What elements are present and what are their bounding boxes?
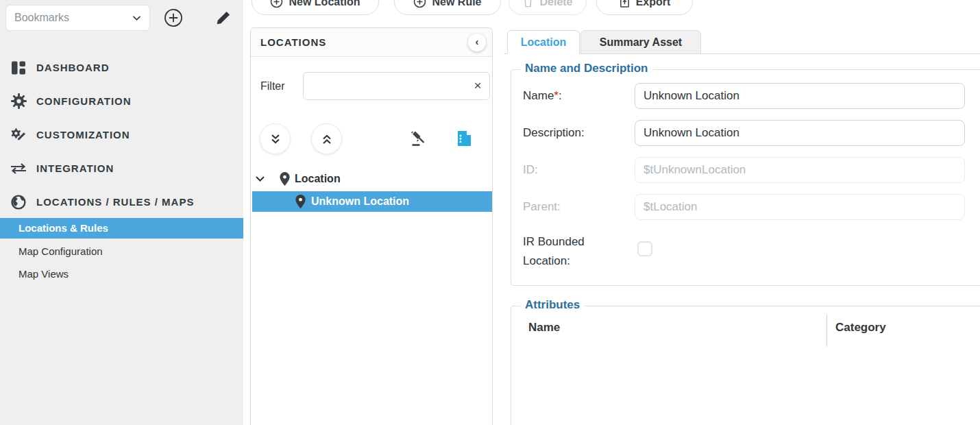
sidebar-item-label: LOCATIONS / RULES / MAPS (36, 196, 194, 208)
export-label: Export (636, 0, 671, 8)
sidebar-item-configuration[interactable]: CONFIGURATION (0, 84, 243, 118)
sub-item-label: Locations & Rules (19, 222, 108, 234)
name-label: Name*: (523, 83, 562, 109)
integration-icon (10, 162, 27, 175)
name-input[interactable] (635, 83, 965, 109)
description-label: Description: (523, 120, 585, 146)
plus-circle-icon (164, 8, 183, 27)
export-icon (619, 0, 630, 8)
bookmarks-select[interactable]: Bookmarks (5, 5, 150, 31)
double-chevron-up-icon (321, 133, 333, 145)
sidebar-item-label: DASHBOARD (36, 62, 110, 73)
pencil-icon (215, 9, 232, 27)
plus-circle-icon (270, 0, 283, 8)
sidebar-subnav: Locations & Rules Map Configuration Map … (0, 218, 243, 284)
chevron-left-icon: ‹ (476, 36, 479, 47)
sidebar-item-label: CONFIGURATION (36, 95, 132, 107)
sidebar-item-label: INTEGRATION (36, 162, 114, 174)
new-location-button[interactable]: New Location (252, 0, 379, 15)
sidebar-nav: DASHBOARD CONFIGURATION (0, 51, 243, 219)
attributes-fieldset: Attributes Name Category (511, 306, 980, 425)
document-icon[interactable] (456, 130, 472, 147)
new-rule-label: New Rule (432, 0, 481, 8)
sidebar-item-locations-rules-maps[interactable]: LOCATIONS / RULES / MAPS (0, 185, 243, 219)
sidebar-item-locations-and-rules[interactable]: Locations & Rules (0, 218, 243, 239)
id-input (635, 157, 965, 183)
export-button[interactable]: Export (596, 0, 693, 15)
add-bookmark-button[interactable] (164, 8, 183, 27)
locations-panel-header: LOCATIONS ‹ (251, 28, 492, 57)
delete-button[interactable]: Delete (509, 0, 587, 15)
customization-icon (10, 126, 27, 143)
tree-node-label: Location (295, 173, 341, 185)
sidebar-item-label: CUSTOMIZATION (36, 129, 130, 141)
fieldset-legend: Name and Description (520, 62, 653, 75)
tab-location[interactable]: Location (507, 30, 580, 54)
new-location-label: New Location (289, 0, 360, 8)
tab-label: Location (521, 36, 567, 49)
new-rule-button[interactable]: New Rule (394, 0, 501, 15)
sidebar-item-integration[interactable]: INTEGRATION (0, 151, 243, 185)
attributes-column-name[interactable]: Name (528, 316, 560, 339)
filter-label: Filter (260, 77, 285, 96)
app-window: New Location New Rule Delete Export Book… (0, 0, 980, 425)
name-description-fieldset: Name and Description Name*: Description:… (511, 69, 980, 286)
attributes-column-category[interactable]: Category (835, 316, 886, 339)
ir-bounded-location-checkbox[interactable] (637, 241, 652, 256)
sub-item-label: Map Views (19, 268, 69, 280)
plus-circle-icon (413, 0, 426, 8)
dashboard-icon (10, 60, 27, 76)
required-asterisk: * (554, 89, 559, 102)
collapse-all-button[interactable] (311, 123, 342, 154)
gear-icon (10, 93, 27, 110)
chevron-down-icon (255, 175, 265, 182)
trash-icon (522, 0, 534, 8)
locations-panel-title: LOCATIONS (260, 36, 326, 48)
sub-item-label: Map Configuration (19, 245, 103, 257)
tree-node-label: Unknown Location (311, 195, 409, 208)
rules-gavel-icon[interactable] (409, 130, 427, 147)
map-pin-icon (295, 194, 306, 209)
tree-node-unknown-location-selected[interactable]: Unknown Location (252, 191, 492, 212)
id-label: ID: (523, 157, 538, 183)
parent-label: Parent: (523, 194, 561, 220)
sidebar-item-map-views[interactable]: Map Views (0, 264, 243, 284)
ir-bounded-location-label: IR Bounded Location: (523, 232, 605, 271)
bookmarks-value: Bookmarks (14, 12, 69, 24)
sidebar-item-dashboard[interactable]: DASHBOARD (0, 51, 243, 84)
filter-input[interactable] (303, 72, 490, 100)
clear-filter-icon[interactable]: × (470, 78, 485, 93)
double-chevron-down-icon (269, 133, 282, 145)
sidebar-item-map-configuration[interactable]: Map Configuration (0, 241, 243, 262)
chevron-down-icon (132, 15, 141, 21)
tab-label: Summary Asset (600, 36, 682, 49)
edit-bookmarks-button[interactable] (215, 9, 232, 27)
globe-icon (10, 194, 27, 210)
description-input[interactable] (635, 120, 965, 146)
parent-input (635, 194, 965, 220)
column-divider[interactable] (826, 315, 827, 346)
sidebar: Bookmarks DASHBOARD (0, 0, 243, 425)
tree-node-location[interactable]: Location (255, 169, 341, 189)
collapse-panel-button[interactable]: ‹ (468, 34, 486, 51)
locations-panel: LOCATIONS ‹ Filter × (250, 27, 493, 425)
expand-all-button[interactable] (260, 123, 291, 154)
map-pin-icon (279, 171, 291, 186)
tab-summary-asset[interactable]: Summary Asset (580, 30, 701, 54)
sidebar-item-customization[interactable]: CUSTOMIZATION (0, 118, 243, 151)
fieldset-legend: Attributes (520, 298, 585, 312)
delete-label: Delete (539, 0, 572, 8)
